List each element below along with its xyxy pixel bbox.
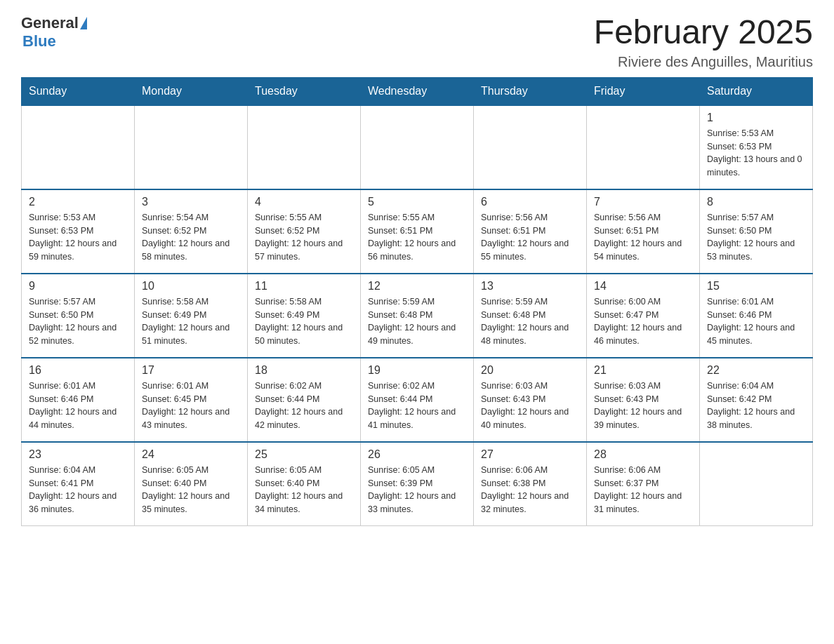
day-number: 2: [29, 196, 127, 208]
calendar-cell: 25Sunrise: 6:05 AMSunset: 6:40 PMDayligh…: [248, 442, 361, 526]
day-info: Sunrise: 5:58 AMSunset: 6:49 PMDaylight:…: [142, 295, 240, 348]
day-number: 1: [707, 112, 805, 124]
calendar-cell: 20Sunrise: 6:03 AMSunset: 6:43 PMDayligh…: [474, 358, 587, 442]
day-number: 19: [368, 364, 466, 377]
page-header: General Blue February 2025 Riviere des A…: [21, 14, 813, 70]
day-info: Sunrise: 5:54 AMSunset: 6:52 PMDaylight:…: [142, 211, 240, 264]
day-info: Sunrise: 5:55 AMSunset: 6:52 PMDaylight:…: [255, 211, 353, 264]
day-info: Sunrise: 6:02 AMSunset: 6:44 PMDaylight:…: [368, 380, 466, 432]
calendar-week-row: 16Sunrise: 6:01 AMSunset: 6:46 PMDayligh…: [22, 358, 813, 442]
day-number: 18: [255, 364, 353, 377]
day-number: 10: [142, 280, 240, 293]
calendar-title: February 2025: [594, 14, 813, 51]
calendar-cell: 9Sunrise: 5:57 AMSunset: 6:50 PMDaylight…: [22, 274, 135, 358]
calendar-cell: 17Sunrise: 6:01 AMSunset: 6:45 PMDayligh…: [135, 358, 248, 442]
day-number: 7: [594, 196, 692, 208]
calendar-cell: 13Sunrise: 5:59 AMSunset: 6:48 PMDayligh…: [474, 274, 587, 358]
day-number: 17: [142, 364, 240, 377]
day-info: Sunrise: 6:04 AMSunset: 6:42 PMDaylight:…: [707, 380, 805, 432]
calendar-cell: 18Sunrise: 6:02 AMSunset: 6:44 PMDayligh…: [248, 358, 361, 442]
calendar-cell: 23Sunrise: 6:04 AMSunset: 6:41 PMDayligh…: [22, 442, 135, 526]
day-info: Sunrise: 5:57 AMSunset: 6:50 PMDaylight:…: [29, 295, 127, 348]
calendar-cell: [700, 442, 813, 526]
calendar-header-monday: Monday: [135, 77, 248, 105]
calendar-cell: 26Sunrise: 6:05 AMSunset: 6:39 PMDayligh…: [361, 442, 474, 526]
day-info: Sunrise: 6:06 AMSunset: 6:38 PMDaylight:…: [481, 464, 579, 516]
day-info: Sunrise: 5:57 AMSunset: 6:50 PMDaylight:…: [707, 211, 805, 264]
logo: General Blue: [21, 14, 87, 51]
calendar-cell: 27Sunrise: 6:06 AMSunset: 6:38 PMDayligh…: [474, 442, 587, 526]
title-block: February 2025 Riviere des Anguilles, Mau…: [594, 14, 813, 70]
logo-text-general: General: [21, 14, 79, 32]
calendar-cell: [361, 105, 474, 189]
day-info: Sunrise: 5:59 AMSunset: 6:48 PMDaylight:…: [481, 295, 579, 348]
day-info: Sunrise: 6:03 AMSunset: 6:43 PMDaylight:…: [481, 380, 579, 432]
day-number: 22: [707, 364, 805, 377]
day-info: Sunrise: 6:06 AMSunset: 6:37 PMDaylight:…: [594, 464, 692, 516]
day-info: Sunrise: 6:04 AMSunset: 6:41 PMDaylight:…: [29, 464, 127, 516]
day-number: 11: [255, 280, 353, 293]
day-number: 3: [142, 196, 240, 208]
day-number: 21: [594, 364, 692, 377]
day-number: 16: [29, 364, 127, 377]
calendar-cell: 11Sunrise: 5:58 AMSunset: 6:49 PMDayligh…: [248, 274, 361, 358]
day-info: Sunrise: 6:05 AMSunset: 6:40 PMDaylight:…: [255, 464, 353, 516]
day-info: Sunrise: 5:56 AMSunset: 6:51 PMDaylight:…: [481, 211, 579, 264]
day-info: Sunrise: 6:01 AMSunset: 6:46 PMDaylight:…: [707, 295, 805, 348]
calendar-cell: 10Sunrise: 5:58 AMSunset: 6:49 PMDayligh…: [135, 274, 248, 358]
calendar-cell: 12Sunrise: 5:59 AMSunset: 6:48 PMDayligh…: [361, 274, 474, 358]
calendar-header-thursday: Thursday: [474, 77, 587, 105]
day-number: 28: [594, 448, 692, 461]
day-info: Sunrise: 5:53 AMSunset: 6:53 PMDaylight:…: [29, 211, 127, 264]
calendar-header-sunday: Sunday: [22, 77, 135, 105]
day-number: 27: [481, 448, 579, 461]
calendar-cell: 22Sunrise: 6:04 AMSunset: 6:42 PMDayligh…: [700, 358, 813, 442]
day-number: 13: [481, 280, 579, 293]
day-info: Sunrise: 5:58 AMSunset: 6:49 PMDaylight:…: [255, 295, 353, 348]
day-info: Sunrise: 6:01 AMSunset: 6:46 PMDaylight:…: [29, 380, 127, 432]
calendar-cell: 8Sunrise: 5:57 AMSunset: 6:50 PMDaylight…: [700, 189, 813, 274]
calendar-week-row: 23Sunrise: 6:04 AMSunset: 6:41 PMDayligh…: [22, 442, 813, 526]
calendar-cell: 2Sunrise: 5:53 AMSunset: 6:53 PMDaylight…: [22, 189, 135, 274]
calendar-table: SundayMondayTuesdayWednesdayThursdayFrid…: [21, 77, 813, 527]
day-info: Sunrise: 6:05 AMSunset: 6:39 PMDaylight:…: [368, 464, 466, 516]
calendar-header-row: SundayMondayTuesdayWednesdayThursdayFrid…: [22, 77, 813, 105]
calendar-header-tuesday: Tuesday: [248, 77, 361, 105]
calendar-subtitle: Riviere des Anguilles, Mauritius: [594, 54, 813, 70]
calendar-header-friday: Friday: [587, 77, 700, 105]
calendar-cell: [22, 105, 135, 189]
calendar-cell: [474, 105, 587, 189]
day-number: 20: [481, 364, 579, 377]
calendar-header-saturday: Saturday: [700, 77, 813, 105]
day-info: Sunrise: 5:53 AMSunset: 6:53 PMDaylight:…: [707, 127, 805, 180]
day-number: 24: [142, 448, 240, 461]
calendar-cell: [248, 105, 361, 189]
calendar-week-row: 1Sunrise: 5:53 AMSunset: 6:53 PMDaylight…: [22, 105, 813, 189]
day-number: 23: [29, 448, 127, 461]
calendar-cell: 21Sunrise: 6:03 AMSunset: 6:43 PMDayligh…: [587, 358, 700, 442]
calendar-cell: 1Sunrise: 5:53 AMSunset: 6:53 PMDaylight…: [700, 105, 813, 189]
day-info: Sunrise: 6:02 AMSunset: 6:44 PMDaylight:…: [255, 380, 353, 432]
calendar-cell: 19Sunrise: 6:02 AMSunset: 6:44 PMDayligh…: [361, 358, 474, 442]
calendar-cell: 7Sunrise: 5:56 AMSunset: 6:51 PMDaylight…: [587, 189, 700, 274]
calendar-cell: 28Sunrise: 6:06 AMSunset: 6:37 PMDayligh…: [587, 442, 700, 526]
day-number: 9: [29, 280, 127, 293]
calendar-cell: 3Sunrise: 5:54 AMSunset: 6:52 PMDaylight…: [135, 189, 248, 274]
calendar-cell: 6Sunrise: 5:56 AMSunset: 6:51 PMDaylight…: [474, 189, 587, 274]
day-number: 4: [255, 196, 353, 208]
day-number: 15: [707, 280, 805, 293]
day-info: Sunrise: 6:03 AMSunset: 6:43 PMDaylight:…: [594, 380, 692, 432]
day-number: 6: [481, 196, 579, 208]
day-number: 26: [368, 448, 466, 461]
day-info: Sunrise: 6:00 AMSunset: 6:47 PMDaylight:…: [594, 295, 692, 348]
day-info: Sunrise: 5:55 AMSunset: 6:51 PMDaylight:…: [368, 211, 466, 264]
logo-text-blue: Blue: [22, 32, 56, 51]
calendar-cell: [587, 105, 700, 189]
calendar-cell: 24Sunrise: 6:05 AMSunset: 6:40 PMDayligh…: [135, 442, 248, 526]
calendar-cell: [135, 105, 248, 189]
calendar-cell: 14Sunrise: 6:00 AMSunset: 6:47 PMDayligh…: [587, 274, 700, 358]
calendar-cell: 5Sunrise: 5:55 AMSunset: 6:51 PMDaylight…: [361, 189, 474, 274]
day-number: 8: [707, 196, 805, 208]
calendar-cell: 16Sunrise: 6:01 AMSunset: 6:46 PMDayligh…: [22, 358, 135, 442]
calendar-week-row: 9Sunrise: 5:57 AMSunset: 6:50 PMDaylight…: [22, 274, 813, 358]
